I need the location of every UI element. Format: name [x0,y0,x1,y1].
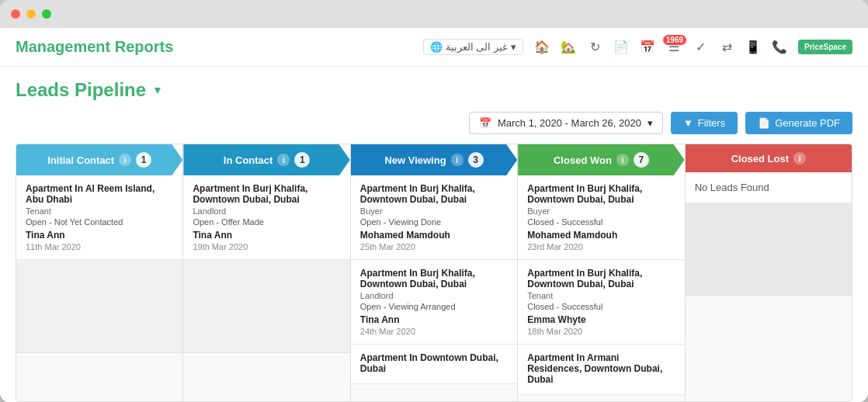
mobile-icon[interactable]: 📱 [745,40,761,55]
col-label-initial-contact: Initial Contact [47,154,114,166]
pipeline-dropdown-arrow[interactable]: ▼ [152,84,163,96]
col-label-closed-lost: Closed Lost [731,153,789,165]
lead-date: 23rd Mar 2020 [527,242,675,251]
page-body: Leads Pipeline ▼ 📅 March 1, 2020 - March… [0,67,868,402]
app-title: Management Reports [16,38,173,56]
phone-icon[interactable]: 📞 [772,40,787,55]
col-label-in-contact: In Contact [224,154,273,166]
chevron-down-icon: ▾ [511,41,516,53]
filters-button[interactable]: ▼ Filters [671,112,738,134]
lead-date: 11th Mar 2020 [26,242,173,251]
language-switcher[interactable]: 🌐 غير الى العربية ▾ [423,39,523,55]
col-label-closed-won: Closed Won [554,154,612,166]
pipeline-col-new-viewing: New Viewing i 3 Apartment In Burj Khalif… [351,144,518,401]
count-badge-initial-contact: 1 [136,152,151,168]
calendar-small-icon: 📅 [479,117,491,129]
date-range-label: March 1, 2020 - March 26, 2020 [498,117,641,129]
pipeline-col-closed-lost: Closed Lost i No Leads Found [686,144,852,401]
lead-type: Buyer [527,206,675,216]
table-row[interactable]: Apartment In Burj Khalifa, Downtown Duba… [518,260,684,345]
lead-agent: Emma Whyte [527,314,675,325]
refresh-icon[interactable]: ↻ [587,40,602,55]
pipeline-col-in-contact: In Contact i 1 Apartment In Burj Khalifa… [183,144,350,401]
lead-title: Apartment In Burj Khalifa, Downtown Duba… [360,268,508,289]
count-badge-closed-won: 7 [634,152,649,168]
col-cards-new-viewing: Apartment In Burj Khalifa, Downtown Duba… [351,175,517,401]
lead-date: 18th Mar 2020 [527,327,675,336]
lead-status: Open - Viewing Arranged [360,302,508,311]
minimize-dot[interactable] [26,9,36,19]
no-leads-text: No Leads Found [686,172,852,203]
count-badge-in-contact: 1 [294,152,310,168]
lead-agent: Tina Ann [26,230,173,241]
table-row[interactable]: Apartment In Burj Khalifa, Downtown Duba… [518,175,684,260]
app-window: Management Reports 🌐 غير الى العربية ▾ 🏠… [0,0,868,402]
generate-pdf-button[interactable]: 📄 Generate PDF [745,112,852,134]
col-cards-in-contact: Apartment In Burj Khalifa, Downtown Duba… [183,175,349,401]
table-row[interactable]: Apartment In Downtown Dubai, Dubai [351,345,517,384]
lead-agent: Tina Ann [360,314,508,325]
pipeline-board: Initial Contact i 1 Apartment In Al Reem… [16,144,852,402]
filters-label: Filters [698,117,725,129]
lead-title: Apartment In Downtown Dubai, Dubai [360,352,508,374]
lead-status: Closed - Successful [527,217,675,227]
lead-date: 25th Mar 2020 [360,242,508,251]
lead-agent: Mohamed Mamdouh [527,230,675,241]
info-icon-new-viewing[interactable]: i [451,154,464,166]
navbar: Management Reports 🌐 غير الى العربية ▾ 🏠… [0,28,868,67]
lead-type: Tenant [527,291,675,300]
toolbar: 📅 March 1, 2020 - March 26, 2020 ▾ ▼ Fil… [16,112,852,134]
info-icon-closed-won[interactable]: i [616,154,629,166]
date-range-picker[interactable]: 📅 March 1, 2020 - March 26, 2020 ▾ [469,112,663,134]
lead-date: 24th Mar 2020 [360,327,508,336]
lead-title: Apartment In Burj Khalifa, Downtown Duba… [193,183,340,205]
table-row[interactable]: Apartment In Armani Residences, Downtown… [518,345,684,395]
list-icon[interactable]: ☰ 1969 [666,40,682,55]
notification-badge: 1969 [663,35,686,45]
col-cards-closed-won: Apartment In Burj Khalifa, Downtown Duba… [518,175,684,401]
info-icon-closed-lost[interactable]: i [793,152,806,165]
check-icon[interactable]: ✓ [693,40,708,55]
transfer-icon[interactable]: ⇄ [719,40,734,55]
page-title-text: Leads Pipeline [16,79,146,101]
generate-pdf-label: Generate PDF [775,117,840,129]
pipeline-col-closed-won: Closed Won i 7 Apartment In Burj Khalifa… [518,144,685,401]
lead-title: Apartment In Armani Residences, Downtown… [527,352,675,385]
home2-icon[interactable]: 🏡 [561,40,576,55]
lang-label: غير الى العربية [446,41,508,53]
document-icon[interactable]: 📄 [613,40,629,55]
lead-type: Landlord [360,291,508,300]
table-row[interactable]: Apartment In Al Reem Island, Abu DhabiTe… [16,175,182,260]
lead-status: Closed - Successful [527,302,675,311]
lead-title: Apartment In Burj Khalifa, Downtown Duba… [527,268,675,289]
table-row[interactable]: Apartment In Burj Khalifa, Downtown Duba… [351,260,517,345]
col-cards-initial-contact: Apartment In Al Reem Island, Abu DhabiTe… [16,175,182,401]
lead-title: Apartment In Burj Khalifa, Downtown Duba… [360,183,508,205]
col-cards-closed-lost: No Leads Found [686,172,852,401]
lead-title: Apartment In Al Reem Island, Abu Dhabi [26,183,173,205]
maximize-dot[interactable] [42,9,51,19]
lead-status: Open - Not Yet Contacted [26,217,173,227]
info-icon-initial-contact[interactable]: i [119,154,131,166]
col-header-closed-won: Closed Won i 7 [518,144,684,175]
info-icon-in-contact[interactable]: i [277,154,290,166]
globe-icon: 🌐 [430,41,443,53]
col-header-in-contact: In Contact i 1 [183,144,349,175]
lead-title: Apartment In Burj Khalifa, Downtown Duba… [527,183,675,205]
table-row[interactable]: Apartment In Burj Khalifa, Downtown Duba… [183,175,349,260]
lead-date: 19th Mar 2020 [193,242,340,251]
titlebar [0,0,868,28]
pdf-icon: 📄 [758,117,770,129]
app-content: Management Reports 🌐 غير الى العربية ▾ 🏠… [0,28,868,402]
home-icon[interactable]: 🏠 [534,40,550,55]
close-dot[interactable] [11,9,20,19]
table-row[interactable]: Apartment In Burj Khalifa, Downtown Duba… [351,175,517,260]
date-chevron-icon: ▾ [648,117,653,129]
col-header-initial-contact: Initial Contact i 1 [16,144,182,175]
filter-icon: ▼ [683,117,693,129]
lead-type: Tenant [26,206,173,216]
calendar-icon[interactable]: 📅 [640,40,655,55]
filler-area [183,260,349,353]
empty-space [686,203,852,296]
page-title: Leads Pipeline ▼ [16,79,852,101]
